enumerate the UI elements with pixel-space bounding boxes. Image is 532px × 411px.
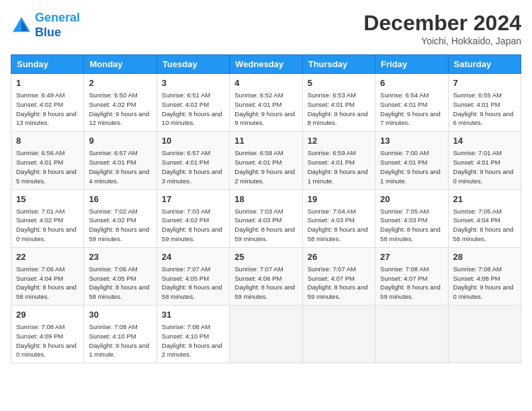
- calendar-cell: 25Sunrise: 7:07 AMSunset: 4:06 PMDayligh…: [230, 247, 302, 305]
- calendar-cell: 2Sunrise: 6:50 AMSunset: 4:02 PMDaylight…: [84, 74, 157, 132]
- calendar-cell: 13Sunrise: 7:00 AMSunset: 4:01 PMDayligh…: [375, 132, 448, 189]
- cell-info: Sunrise: 7:03 AMSunset: 4:02 PMDaylight:…: [162, 207, 224, 244]
- day-number: 21: [453, 193, 516, 205]
- calendar-cell: 20Sunrise: 7:05 AMSunset: 4:03 PMDayligh…: [375, 189, 448, 247]
- day-number: 2: [89, 77, 151, 89]
- cell-info: Sunrise: 7:08 AMSunset: 4:10 PMDaylight:…: [89, 322, 151, 359]
- calendar-row: 22Sunrise: 7:06 AMSunset: 4:04 PMDayligh…: [11, 247, 521, 305]
- cell-info: Sunrise: 6:57 AMSunset: 4:01 PMDaylight:…: [89, 148, 151, 185]
- calendar-cell: 8Sunrise: 6:56 AMSunset: 4:01 PMDaylight…: [11, 132, 84, 189]
- cell-info: Sunrise: 7:03 AMSunset: 4:03 PMDaylight:…: [234, 207, 297, 244]
- page-header: GeneralBlue December 2024 Yoichi, Hokkai…: [11, 11, 521, 46]
- day-number: 30: [89, 309, 151, 321]
- calendar-cell: 28Sunrise: 7:08 AMSunset: 4:08 PMDayligh…: [448, 247, 521, 305]
- cell-info: Sunrise: 6:54 AMSunset: 4:01 PMDaylight:…: [380, 91, 443, 128]
- calendar-cell: 5Sunrise: 6:53 AMSunset: 4:01 PMDaylight…: [302, 74, 375, 132]
- cell-info: Sunrise: 7:08 AMSunset: 4:07 PMDaylight:…: [380, 265, 443, 302]
- cell-info: Sunrise: 7:07 AMSunset: 4:05 PMDaylight:…: [162, 265, 224, 302]
- title-block: December 2024 Yoichi, Hokkaido, Japan: [363, 11, 521, 46]
- cell-info: Sunrise: 7:02 AMSunset: 4:02 PMDaylight:…: [89, 207, 151, 244]
- calendar-cell: 14Sunrise: 7:01 AMSunset: 4:01 PMDayligh…: [448, 132, 521, 189]
- month-title: December 2024: [363, 11, 521, 36]
- cell-info: Sunrise: 7:06 AMSunset: 4:05 PMDaylight:…: [89, 265, 151, 302]
- calendar-cell: 23Sunrise: 7:06 AMSunset: 4:05 PMDayligh…: [84, 247, 157, 305]
- day-number: 11: [234, 135, 297, 147]
- calendar-row: 8Sunrise: 6:56 AMSunset: 4:01 PMDaylight…: [11, 132, 521, 189]
- day-number: 5: [308, 77, 370, 89]
- calendar-cell: 31Sunrise: 7:08 AMSunset: 4:10 PMDayligh…: [157, 306, 229, 363]
- day-number: 1: [16, 77, 79, 89]
- calendar-cell: 4Sunrise: 6:52 AMSunset: 4:01 PMDaylight…: [230, 74, 302, 132]
- logo: GeneralBlue: [11, 11, 80, 40]
- day-number: 26: [308, 251, 370, 263]
- calendar-cell: 18Sunrise: 7:03 AMSunset: 4:03 PMDayligh…: [230, 189, 302, 247]
- calendar-cell: [230, 306, 302, 363]
- weekday-header-row: Sunday Monday Tuesday Wednesday Thursday…: [11, 55, 521, 74]
- cell-info: Sunrise: 6:58 AMSunset: 4:01 PMDaylight:…: [234, 148, 297, 185]
- cell-info: Sunrise: 7:05 AMSunset: 4:03 PMDaylight:…: [380, 207, 443, 244]
- day-number: 29: [16, 309, 79, 321]
- calendar-cell: 29Sunrise: 7:08 AMSunset: 4:09 PMDayligh…: [11, 306, 84, 363]
- cell-info: Sunrise: 6:52 AMSunset: 4:01 PMDaylight:…: [234, 91, 297, 128]
- cell-info: Sunrise: 6:49 AMSunset: 4:02 PMDaylight:…: [16, 91, 79, 128]
- header-monday: Monday: [84, 55, 157, 74]
- header-saturday: Saturday: [448, 55, 521, 74]
- calendar-cell: 26Sunrise: 7:07 AMSunset: 4:07 PMDayligh…: [302, 247, 375, 305]
- calendar-cell: 16Sunrise: 7:02 AMSunset: 4:02 PMDayligh…: [84, 189, 157, 247]
- day-number: 17: [162, 193, 224, 205]
- day-number: 25: [234, 251, 297, 263]
- day-number: 16: [89, 193, 151, 205]
- header-friday: Friday: [375, 55, 448, 74]
- day-number: 8: [16, 135, 79, 147]
- cell-info: Sunrise: 6:57 AMSunset: 4:01 PMDaylight:…: [162, 148, 224, 185]
- header-sunday: Sunday: [11, 55, 84, 74]
- day-number: 18: [234, 193, 297, 205]
- day-number: 7: [453, 77, 516, 89]
- cell-info: Sunrise: 7:01 AMSunset: 4:01 PMDaylight:…: [453, 148, 516, 185]
- day-number: 12: [308, 135, 370, 147]
- header-thursday: Thursday: [302, 55, 375, 74]
- cell-info: Sunrise: 7:07 AMSunset: 4:06 PMDaylight:…: [234, 265, 297, 302]
- day-number: 9: [89, 135, 151, 147]
- calendar-row: 15Sunrise: 7:01 AMSunset: 4:02 PMDayligh…: [11, 189, 521, 247]
- calendar-cell: 6Sunrise: 6:54 AMSunset: 4:01 PMDaylight…: [375, 74, 448, 132]
- cell-info: Sunrise: 7:07 AMSunset: 4:07 PMDaylight:…: [308, 265, 370, 302]
- day-number: 13: [380, 135, 443, 147]
- calendar-cell: 9Sunrise: 6:57 AMSunset: 4:01 PMDaylight…: [84, 132, 157, 189]
- cell-info: Sunrise: 6:53 AMSunset: 4:01 PMDaylight:…: [308, 91, 370, 128]
- calendar-row: 1Sunrise: 6:49 AMSunset: 4:02 PMDaylight…: [11, 74, 521, 132]
- calendar-cell: 21Sunrise: 7:05 AMSunset: 4:04 PMDayligh…: [448, 189, 521, 247]
- cell-info: Sunrise: 6:51 AMSunset: 4:02 PMDaylight:…: [162, 91, 224, 128]
- cell-info: Sunrise: 7:01 AMSunset: 4:02 PMDaylight:…: [16, 207, 79, 244]
- location: Yoichi, Hokkaido, Japan: [363, 36, 521, 46]
- day-number: 22: [16, 251, 79, 263]
- calendar-cell: 10Sunrise: 6:57 AMSunset: 4:01 PMDayligh…: [157, 132, 229, 189]
- day-number: 6: [380, 77, 443, 89]
- calendar-cell: 30Sunrise: 7:08 AMSunset: 4:10 PMDayligh…: [84, 306, 157, 363]
- calendar-cell: [448, 306, 521, 363]
- logo-text: GeneralBlue: [35, 11, 80, 40]
- calendar-cell: 12Sunrise: 6:59 AMSunset: 4:01 PMDayligh…: [302, 132, 375, 189]
- cell-info: Sunrise: 7:08 AMSunset: 4:10 PMDaylight:…: [162, 322, 224, 359]
- day-number: 14: [453, 135, 516, 147]
- calendar-cell: 7Sunrise: 6:55 AMSunset: 4:01 PMDaylight…: [448, 74, 521, 132]
- day-number: 20: [380, 193, 443, 205]
- cell-info: Sunrise: 7:06 AMSunset: 4:04 PMDaylight:…: [16, 265, 79, 302]
- calendar-cell: 17Sunrise: 7:03 AMSunset: 4:02 PMDayligh…: [157, 189, 229, 247]
- calendar-cell: 1Sunrise: 6:49 AMSunset: 4:02 PMDaylight…: [11, 74, 84, 132]
- day-number: 24: [162, 251, 224, 263]
- cell-info: Sunrise: 6:56 AMSunset: 4:01 PMDaylight:…: [16, 148, 79, 185]
- calendar-table: Sunday Monday Tuesday Wednesday Thursday…: [11, 54, 521, 363]
- calendar-cell: 27Sunrise: 7:08 AMSunset: 4:07 PMDayligh…: [375, 247, 448, 305]
- calendar-row: 29Sunrise: 7:08 AMSunset: 4:09 PMDayligh…: [11, 306, 521, 363]
- day-number: 10: [162, 135, 224, 147]
- day-number: 28: [453, 251, 516, 263]
- calendar-cell: [302, 306, 375, 363]
- day-number: 19: [308, 193, 370, 205]
- calendar-cell: [375, 306, 448, 363]
- day-number: 23: [89, 251, 151, 263]
- calendar-cell: 3Sunrise: 6:51 AMSunset: 4:02 PMDaylight…: [157, 74, 229, 132]
- header-tuesday: Tuesday: [157, 55, 229, 74]
- calendar-cell: 11Sunrise: 6:58 AMSunset: 4:01 PMDayligh…: [230, 132, 302, 189]
- header-wednesday: Wednesday: [230, 55, 302, 74]
